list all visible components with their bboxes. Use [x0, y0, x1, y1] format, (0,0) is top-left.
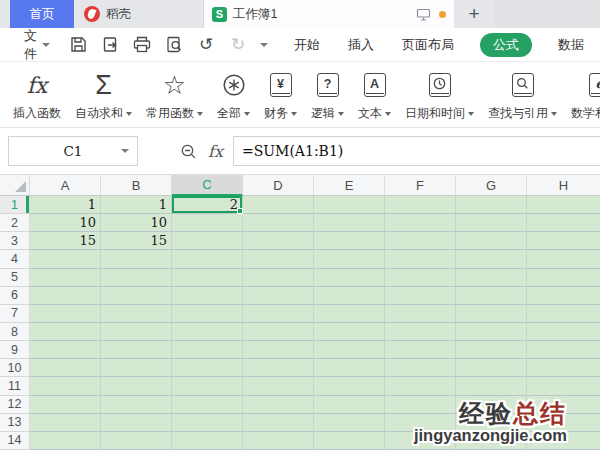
monitor-icon[interactable]	[413, 4, 433, 24]
row-header-14[interactable]: 14	[0, 432, 30, 450]
cell-A12[interactable]	[30, 396, 101, 414]
row-header-3[interactable]: 3	[0, 232, 30, 250]
cell-G1[interactable]	[456, 196, 527, 214]
magnifier-minus-icon[interactable]	[178, 141, 198, 161]
cell-C10[interactable]	[172, 359, 243, 377]
cell-E5[interactable]	[314, 269, 385, 287]
cell-C1[interactable]: 2	[172, 196, 243, 214]
cell-H13[interactable]	[527, 414, 600, 432]
cell-B8[interactable]	[101, 323, 172, 341]
row-header-9[interactable]: 9	[0, 341, 30, 359]
ribbon-button-common-functions[interactable]: ☆常用函数	[139, 66, 210, 127]
cell-E11[interactable]	[314, 377, 385, 395]
menu-tab-page-layout[interactable]: 页面布局	[400, 33, 456, 57]
cell-G2[interactable]	[456, 214, 527, 232]
select-all-corner[interactable]	[0, 175, 30, 196]
cell-C3[interactable]	[172, 232, 243, 250]
cell-H10[interactable]	[527, 359, 600, 377]
cell-A3[interactable]: 15	[30, 232, 101, 250]
save-icon[interactable]	[68, 35, 88, 55]
cell-F13[interactable]	[385, 414, 456, 432]
ribbon-button-financial[interactable]: ¥财务	[257, 66, 304, 127]
cell-A10[interactable]	[30, 359, 101, 377]
cell-B9[interactable]	[101, 341, 172, 359]
cell-B6[interactable]	[101, 287, 172, 305]
cell-C7[interactable]	[172, 305, 243, 323]
cell-F9[interactable]	[385, 341, 456, 359]
insert-function-fx-icon[interactable]: fx	[208, 142, 223, 161]
column-header-F[interactable]: F	[385, 175, 456, 196]
row-header-11[interactable]: 11	[0, 377, 30, 395]
row-header-10[interactable]: 10	[0, 359, 30, 377]
cell-C4[interactable]	[172, 250, 243, 268]
cell-E6[interactable]	[314, 287, 385, 305]
cell-D3[interactable]	[243, 232, 314, 250]
cell-F11[interactable]	[385, 377, 456, 395]
column-header-G[interactable]: G	[456, 175, 527, 196]
cell-D8[interactable]	[243, 323, 314, 341]
cell-B5[interactable]	[101, 269, 172, 287]
ribbon-button-logic[interactable]: ?逻辑	[304, 66, 351, 127]
cell-H11[interactable]	[527, 377, 600, 395]
cell-E7[interactable]	[314, 305, 385, 323]
cell-E13[interactable]	[314, 414, 385, 432]
undo-icon[interactable]: ↺	[196, 35, 216, 55]
file-chevron-down-icon[interactable]	[42, 43, 50, 47]
ribbon-button-text[interactable]: A文本	[351, 66, 398, 127]
row-header-8[interactable]: 8	[0, 323, 30, 341]
cell-C11[interactable]	[172, 377, 243, 395]
cell-B1[interactable]: 1	[101, 196, 172, 214]
cell-G11[interactable]	[456, 377, 527, 395]
cell-A13[interactable]	[30, 414, 101, 432]
cell-H1[interactable]	[527, 196, 600, 214]
cell-F4[interactable]	[385, 250, 456, 268]
cell-G13[interactable]	[456, 414, 527, 432]
cell-B4[interactable]	[101, 250, 172, 268]
cell-E4[interactable]	[314, 250, 385, 268]
column-header-B[interactable]: B	[101, 175, 172, 196]
cell-B11[interactable]	[101, 377, 172, 395]
ribbon-button-autosum[interactable]: Σ自动求和	[68, 66, 139, 127]
cell-D4[interactable]	[243, 250, 314, 268]
cell-G12[interactable]	[456, 396, 527, 414]
cell-H6[interactable]	[527, 287, 600, 305]
row-header-4[interactable]: 4	[0, 250, 30, 268]
name-box-chevron-down-icon[interactable]	[121, 149, 129, 153]
cell-H8[interactable]	[527, 323, 600, 341]
menu-tab-formulas[interactable]: 公式	[480, 33, 532, 57]
row-header-7[interactable]: 7	[0, 305, 30, 323]
row-header-5[interactable]: 5	[0, 269, 30, 287]
cell-E3[interactable]	[314, 232, 385, 250]
cell-D11[interactable]	[243, 377, 314, 395]
cell-D10[interactable]	[243, 359, 314, 377]
cell-F3[interactable]	[385, 232, 456, 250]
cell-E8[interactable]	[314, 323, 385, 341]
cell-G9[interactable]	[456, 341, 527, 359]
cell-A4[interactable]	[30, 250, 101, 268]
cell-F5[interactable]	[385, 269, 456, 287]
cell-D9[interactable]	[243, 341, 314, 359]
row-header-13[interactable]: 13	[0, 414, 30, 432]
cell-F7[interactable]	[385, 305, 456, 323]
cell-B7[interactable]	[101, 305, 172, 323]
cell-C2[interactable]	[172, 214, 243, 232]
ribbon-button-lookup-reference[interactable]: 查找与引用	[481, 66, 564, 127]
cell-E10[interactable]	[314, 359, 385, 377]
row-header-12[interactable]: 12	[0, 396, 30, 414]
cell-A6[interactable]	[30, 287, 101, 305]
tab-document[interactable]: S 工作簿1	[204, 0, 454, 28]
cell-A1[interactable]: 1	[30, 196, 101, 214]
ribbon-button-date-time[interactable]: 日期和时间	[398, 66, 481, 127]
print-icon[interactable]	[132, 35, 152, 55]
file-menu[interactable]: 文件	[24, 27, 37, 63]
cell-A11[interactable]	[30, 377, 101, 395]
cell-B14[interactable]	[101, 432, 172, 450]
cell-G4[interactable]	[456, 250, 527, 268]
cell-B10[interactable]	[101, 359, 172, 377]
column-header-C[interactable]: C	[172, 175, 243, 196]
export-icon[interactable]	[100, 35, 120, 55]
cell-C5[interactable]	[172, 269, 243, 287]
cell-D13[interactable]	[243, 414, 314, 432]
cell-H5[interactable]	[527, 269, 600, 287]
cell-E9[interactable]	[314, 341, 385, 359]
